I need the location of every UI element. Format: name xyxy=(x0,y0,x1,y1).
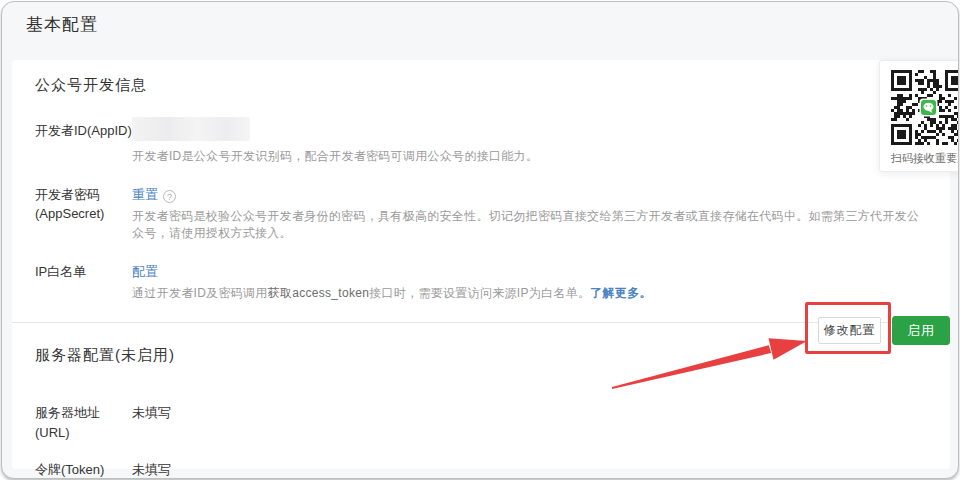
ip-whitelist-row: IP白名单 配置 通过开发者ID及密码调用获取access_token接口时，需… xyxy=(35,262,926,302)
token-row: 令牌(Token) 未填写 xyxy=(35,460,926,479)
access-token-link[interactable]: 获取access_token xyxy=(268,286,370,300)
ip-whitelist-description: 通过开发者ID及密码调用获取access_token接口时，需要设置访问来源IP… xyxy=(132,285,926,302)
ip-desc-part2: 接口时，需要设置访问来源IP为白名单。 xyxy=(369,286,590,300)
appid-row: 开发者ID(AppID) 开发者ID是公众号开发识别码，配合开发者密码可调用公众… xyxy=(35,121,926,165)
token-value: 未填写 xyxy=(132,460,171,479)
appsecret-help-icon[interactable]: ? xyxy=(163,190,176,203)
reset-appsecret-link[interactable]: 重置 xyxy=(132,187,158,202)
server-url-value: 未填写 xyxy=(132,403,171,443)
server-url-row: 服务器地址(URL) 未填写 xyxy=(35,403,926,443)
qr-notification-card: 扫码接收重要通知 xyxy=(879,60,959,172)
appsecret-label-line2: (AppSecret) xyxy=(35,206,104,221)
page-title: 基本配置 xyxy=(26,13,98,36)
appsecret-description: 开发者密码是校验公众号开发者身份的密码，具有极高的安全性。切记勿把密码直接交给第… xyxy=(132,208,926,242)
modify-config-button[interactable]: 修改配置 xyxy=(818,317,881,344)
ip-whitelist-label: IP白名单 xyxy=(35,262,132,302)
appid-description: 开发者ID是公众号开发识别码，配合开发者密码可调用公众号的接口能力。 xyxy=(132,148,926,165)
qr-caption: 扫码接收重要通知 xyxy=(891,151,959,166)
main-card: 公众号开发信息 开发者ID(AppID) 开发者ID是公众号开发识别码，配合开发… xyxy=(12,60,950,469)
section-title-dev-info: 公众号开发信息 xyxy=(35,76,926,95)
appid-label: 开发者ID(AppID) xyxy=(35,121,132,165)
token-label: 令牌(Token) xyxy=(35,460,132,479)
ip-desc-part1: 通过开发者ID及密码调用 xyxy=(132,286,268,300)
section-divider xyxy=(12,322,950,323)
appsecret-label-line1: 开发者密码 xyxy=(35,187,100,202)
appsecret-label: 开发者密码 (AppSecret) xyxy=(35,185,132,242)
enable-button[interactable]: 启用 xyxy=(892,316,950,345)
basic-config-window: 基本配置 公众号开发信息 开发者ID(AppID) 开发者ID是公众号开发识别码… xyxy=(1,1,959,479)
appid-redacted-value xyxy=(132,117,250,141)
section-title-server-config: 服务器配置(未启用) xyxy=(35,346,926,365)
configure-ip-whitelist-link[interactable]: 配置 xyxy=(132,264,158,279)
appsecret-row: 开发者密码 (AppSecret) 重置? 开发者密码是校验公众号开发者身份的密… xyxy=(35,185,926,242)
qr-code xyxy=(891,70,959,145)
learn-more-link[interactable]: 了解更多。 xyxy=(590,286,652,300)
server-url-label: 服务器地址(URL) xyxy=(35,403,132,443)
